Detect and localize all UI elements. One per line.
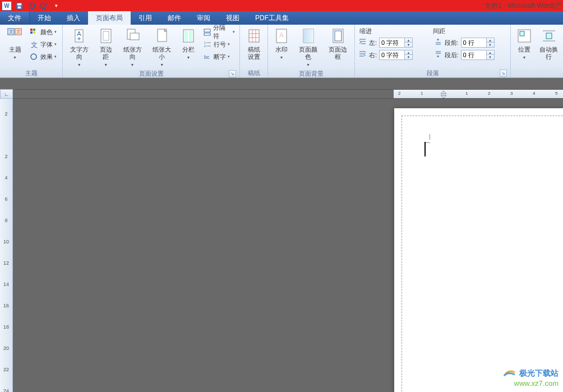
group-label-page-setup: 页面设置 ↘ xyxy=(65,70,237,78)
ruler-corner[interactable]: ∟ xyxy=(0,89,13,99)
svg-rect-38 xyxy=(303,29,313,43)
page-setup-launcher[interactable]: ↘ xyxy=(229,70,236,77)
svg-point-12 xyxy=(31,54,36,59)
watermark-icon: A xyxy=(273,27,290,45)
spin-down[interactable]: ▼ xyxy=(487,55,494,59)
tab-insert[interactable]: 插入 xyxy=(59,11,88,25)
svg-text:A: A xyxy=(279,31,284,39)
tab-home[interactable]: 开始 xyxy=(30,11,59,25)
qat-dropdown-icon[interactable]: ▾ xyxy=(50,1,62,11)
spacing-before-input[interactable] xyxy=(462,38,486,47)
group-themes: 文文 主题▼ 颜色▾ 文 字体▾ 效果▾ 主题 xyxy=(0,25,63,77)
spacing-after-row: 段后: ▲▼ xyxy=(433,49,509,61)
tab-mailings[interactable]: 邮件 xyxy=(160,11,189,25)
group-arrange: 位置▼ 自动换行 xyxy=(511,25,563,77)
spin-up[interactable]: ▲ xyxy=(405,50,412,55)
group-label-manuscript: 稿纸 xyxy=(242,68,265,77)
svg-rect-18 xyxy=(130,33,139,40)
indent-left-icon xyxy=(358,38,367,48)
page-margin-guide xyxy=(402,116,563,392)
paper-size-icon xyxy=(153,27,171,45)
site-watermark: 极光下载站 www.xz7.com xyxy=(502,368,559,388)
document-canvas[interactable] xyxy=(13,99,563,392)
tab-pdf-tools[interactable]: PDF工具集 xyxy=(247,11,297,25)
hyphenation-icon: bc xyxy=(203,52,212,61)
window-title: 文档1 - Microsoft Word(产 xyxy=(484,1,562,11)
svg-rect-10 xyxy=(33,31,35,34)
svg-text:文: 文 xyxy=(31,41,38,49)
indent-right-spinner[interactable]: ▲▼ xyxy=(379,50,413,60)
horizontal-ruler[interactable]: 21 12 34 56 xyxy=(13,89,563,99)
indent-right-input[interactable] xyxy=(380,50,404,59)
page-borders-button[interactable]: 页面边框 xyxy=(324,26,352,62)
indent-left-spinner[interactable]: ▲▼ xyxy=(379,38,413,48)
redo-icon[interactable] xyxy=(38,1,49,11)
spin-up[interactable]: ▲ xyxy=(405,38,412,43)
manuscript-icon xyxy=(245,27,263,45)
word-logo-icon[interactable]: W xyxy=(1,1,12,11)
columns-button[interactable]: 分栏▼ xyxy=(177,26,200,62)
spacing-after-input[interactable] xyxy=(462,50,486,59)
undo-icon[interactable] xyxy=(26,1,37,11)
spin-down[interactable]: ▼ xyxy=(405,55,412,59)
tab-view[interactable]: 视图 xyxy=(218,11,247,25)
indent-left-input[interactable] xyxy=(380,38,404,47)
theme-colors-button[interactable]: 颜色▾ xyxy=(27,26,59,38)
watermark-button[interactable]: A 水印▼ xyxy=(270,26,293,62)
spin-down[interactable]: ▼ xyxy=(405,43,412,47)
spacing-after-spinner[interactable]: ▲▼ xyxy=(461,50,495,60)
tab-file[interactable]: 文件 xyxy=(0,11,30,25)
save-icon[interactable] xyxy=(13,1,25,11)
svg-text:文: 文 xyxy=(8,29,13,34)
svg-rect-30 xyxy=(249,30,259,42)
text-direction-button[interactable]: A 文字方向▼ xyxy=(65,26,94,70)
group-label-arrange xyxy=(513,68,561,77)
page-borders-icon xyxy=(329,27,347,45)
themes-button[interactable]: 文文 主题▼ xyxy=(4,26,26,62)
breaks-button[interactable]: 分隔符▾ xyxy=(201,26,237,38)
line-numbers-icon: 12 xyxy=(203,40,212,49)
paragraph-launcher[interactable]: ↘ xyxy=(500,70,507,77)
text-cursor xyxy=(424,142,426,156)
breaks-icon xyxy=(203,27,211,36)
spacing-before-spinner[interactable]: ▲▼ xyxy=(461,38,495,48)
indent-left-row: 左: ▲▼ xyxy=(357,36,433,49)
spacing-before-row: 段前: ▲▼ xyxy=(433,36,509,49)
document-page[interactable] xyxy=(394,108,563,392)
theme-fonts-button[interactable]: 文 字体▾ xyxy=(27,38,59,50)
group-label-themes: 主题 xyxy=(2,68,60,77)
text-wrap-button[interactable]: 自动换行 xyxy=(537,26,561,62)
spin-down[interactable]: ▼ xyxy=(487,43,494,47)
tab-page-layout[interactable]: 页面布局 xyxy=(88,11,131,25)
page-color-button[interactable]: 页面颜色▼ xyxy=(294,26,322,70)
svg-rect-1 xyxy=(17,3,21,5)
position-button[interactable]: 位置▼ xyxy=(513,26,536,62)
svg-text:bc: bc xyxy=(204,54,210,60)
group-paragraph: 缩进 间距 左: ▲▼ 右: xyxy=(355,25,511,77)
tab-review[interactable]: 审阅 xyxy=(189,11,218,25)
paper-size-button[interactable]: 纸张大小▼ xyxy=(147,26,176,70)
svg-rect-22 xyxy=(189,31,192,41)
theme-effects-button[interactable]: 效果▾ xyxy=(27,50,59,63)
indent-marker-icon[interactable] xyxy=(441,91,446,98)
indent-heading: 缩进 xyxy=(359,27,433,35)
vertical-ruler[interactable]: 2 2 4 6 8 10 12 14 16 18 20 22 24 26 28 xyxy=(0,99,13,392)
svg-rect-2 xyxy=(17,6,21,8)
margins-button[interactable]: 页边距▼ xyxy=(95,26,117,70)
tab-references[interactable]: 引用 xyxy=(131,11,160,25)
columns-icon xyxy=(179,27,197,45)
manuscript-settings-button[interactable]: 稿纸设置 xyxy=(243,26,265,62)
spin-up[interactable]: ▲ xyxy=(487,50,494,55)
spacing-heading: 间距 xyxy=(433,27,506,35)
spin-up[interactable]: ▲ xyxy=(487,38,494,43)
orientation-button[interactable]: 纸张方向▼ xyxy=(118,26,147,70)
svg-rect-42 xyxy=(520,31,524,36)
indent-right-icon xyxy=(358,50,367,61)
svg-rect-8 xyxy=(33,29,35,31)
wrap-icon xyxy=(540,27,558,45)
orientation-icon xyxy=(123,27,141,45)
group-page-background: A 水印▼ 页面颜色▼ 页面边框 页面背景 xyxy=(268,25,355,77)
hyphenation-button[interactable]: bc 断字▾ xyxy=(201,50,237,63)
svg-rect-7 xyxy=(30,29,33,31)
line-numbers-button[interactable]: 12 行号▾ xyxy=(201,38,237,50)
